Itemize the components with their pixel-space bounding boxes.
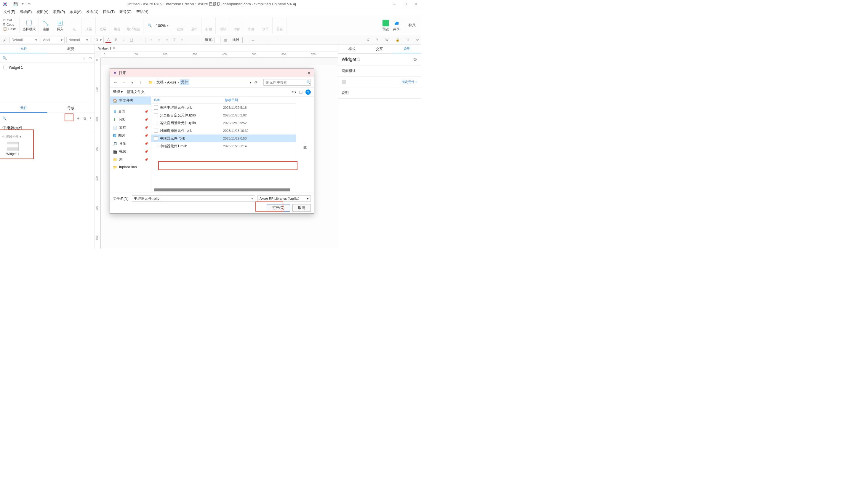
menu-file[interactable]: 文件(F) [2,9,16,15]
more-line-icon[interactable]: ⋯ [273,37,279,43]
file-row[interactable]: 中继器元件1.rplib2023/11/29 1:14 [151,142,296,150]
menu-view[interactable]: 视图(V) [35,9,50,15]
pin-icon[interactable]: 📌 [145,158,148,161]
file-row[interactable]: 分页条自定义元件.rplib2023/11/28 2:02 [151,111,296,119]
rotate-icon[interactable]: ⟳ [416,38,419,42]
pin-icon[interactable]: 📌 [145,134,148,137]
filter-select[interactable]: Axure RP Libraries (*.rplib;)▾ [257,195,311,202]
paste-button[interactable]: 📋 Paste [3,27,18,31]
lock-icon[interactable]: 🔒 [396,38,400,42]
copy-button[interactable]: ⧉ Copy [3,22,18,27]
file-row[interactable]: 时间选择器元件.rplib2023/11/28 10:32 [151,127,296,134]
maximize-button[interactable]: ☐ [402,2,408,6]
valign-bottom-icon[interactable]: ⊥ [187,37,193,43]
zoom-control[interactable]: 🔍 ▾ [143,17,173,34]
new-folder-button[interactable]: 新建文件夹 [127,89,145,94]
sidebar-pictures[interactable]: 🖼图片📌 [110,131,151,140]
add-page-icon[interactable]: ⊞ [83,56,86,60]
pin-icon[interactable]: 📌 [145,150,148,153]
tab-widgets[interactable]: 元件 [0,104,48,113]
tab-interactions[interactable]: 交互 [366,45,393,53]
dialog-close-button[interactable]: ✕ [307,71,311,75]
login-button[interactable]: 登录 [408,23,416,28]
fill-pattern-icon[interactable]: ▦ [222,37,228,43]
column-name[interactable]: 名称 [154,98,225,102]
view-list-icon[interactable]: ≡ ▾ [292,90,296,94]
sidebar-music[interactable]: 🎵音乐📌 [110,140,151,147]
crumb-components[interactable]: 元件 [180,79,189,85]
line-color-icon[interactable] [242,37,248,43]
sidebar-home[interactable]: 🏠主文件夹 [110,96,151,105]
pin-icon[interactable]: 📌 [145,118,148,121]
dialog-search-input[interactable]: 🔍 [264,79,311,86]
sidebar-tupian[interactable]: 📁tupianziliao [110,164,151,171]
line-style-icon[interactable]: ┄ [258,37,264,43]
menu-publish[interactable]: 发布(U) [85,9,99,15]
italic-icon[interactable]: I [121,37,127,43]
history-button[interactable]: ▾ [129,80,135,85]
assign-widget-link[interactable]: 指定元件 + [401,80,417,84]
text-color-icon[interactable]: A [106,37,111,43]
column-date[interactable]: 修改日期 [225,98,238,102]
library-more-icon[interactable]: ⋮ [89,116,92,121]
breadcrumb[interactable]: 📁 › 文档 › Axure › 元件 ▾ [148,79,252,85]
settings-icon[interactable]: ⚙ [413,57,417,62]
menu-team[interactable]: 团队(T) [102,9,116,15]
canvas-tab[interactable]: Widget 1 ✕ [96,45,118,52]
scrollbar-horizontal[interactable] [155,188,290,192]
tree-node-widget1[interactable]: Widget 1 [3,64,92,71]
preview-pane-icon[interactable]: ◫ [299,90,303,94]
sidebar-downloads[interactable]: ⬇下载📌 [110,115,151,124]
insert-button[interactable]: 插入 [53,17,67,34]
chevron-down-icon[interactable]: ▾ [167,23,168,28]
underline-icon[interactable]: U [129,37,134,43]
tab-notes[interactable]: 说明 [393,45,421,53]
fill-color-icon[interactable] [215,37,220,43]
align-right-text-icon[interactable]: ≡ [164,37,170,43]
size-select[interactable]: 13▾ [92,37,104,43]
help-button[interactable]: ? [306,89,311,95]
valign-top-icon[interactable]: ⊤ [171,37,178,43]
line-width-icon[interactable]: ═ [250,37,256,43]
tab-components[interactable]: 元件 [0,45,48,53]
menu-layout[interactable]: 布局(A) [69,9,83,15]
font-select[interactable]: Arial▾ [41,37,65,43]
add-library-button[interactable]: + [75,116,81,121]
library-stack-icon[interactable]: ⧉ [84,116,86,121]
sidebar-documents[interactable]: 📄文档📌 [110,124,151,131]
refresh-button[interactable]: ⟳ [254,80,257,85]
weight-select[interactable]: Normal▾ [66,37,90,43]
more-text-icon[interactable]: ⋯ [136,37,142,43]
file-row[interactable]: 表格中继器元件.rplib2023/11/29 5:18 [151,104,296,111]
pin-icon[interactable]: 📌 [145,142,148,145]
back-button[interactable]: ← [113,80,118,85]
align-left-text-icon[interactable]: ≡ [148,37,155,43]
crumb-documents[interactable]: 文档 [157,80,164,85]
menu-help[interactable]: 帮助(H) [135,9,150,15]
file-row[interactable]: 中继器元件.rplib2023/11/29 0:50 [151,134,296,142]
tab-outline[interactable]: 概要 [48,45,95,53]
redo-button[interactable]: ↷ [28,2,31,6]
style-select[interactable]: Default▾ [10,37,39,43]
pin-icon[interactable]: 📌 [145,110,148,113]
cut-button[interactable]: ✂ Cut [3,18,18,22]
zoom-input[interactable] [153,23,166,28]
connect-button[interactable]: 连接 [39,17,53,34]
close-tab-icon[interactable]: ✕ [113,46,115,50]
bold-icon[interactable]: B [113,37,119,43]
sidebar-desktop[interactable]: 🖥桌面📌 [110,108,151,115]
sidebar-zhu[interactable]: 📁朱📌 [110,156,151,164]
minimize-button[interactable]: ─ [392,2,397,6]
forward-button[interactable]: → [121,80,127,85]
menu-edit[interactable]: 编辑(E) [19,9,33,15]
menu-account[interactable]: 账号(C) [118,9,133,15]
paint-icon[interactable]: 🖌 [2,37,8,43]
more-align-icon[interactable]: ⋯ [195,37,201,43]
add-folder-icon[interactable]: 🗀 [89,56,92,60]
open-button[interactable]: 打开(O) [267,204,290,212]
share-button[interactable]: 共享 [393,20,400,31]
file-row[interactable]: 若依官网登录元件.rplib2023/12/13 9:52 [151,119,296,127]
search-field[interactable] [266,80,306,84]
align-center-text-icon[interactable]: ≡ [156,37,162,43]
valign-middle-icon[interactable]: ≡ [179,37,185,43]
